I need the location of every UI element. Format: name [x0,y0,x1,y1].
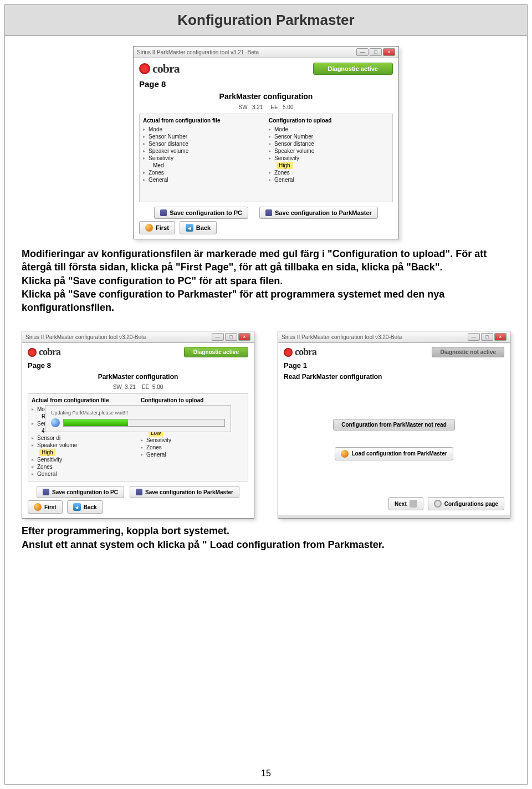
save-to-parkmaster-button[interactable]: Save configuration to ParkMaster [259,207,378,219]
mid-content: Configuration from ParkMaster not read L… [284,384,504,495]
tree-sub-med[interactable]: Med [151,162,263,169]
back-label: Back [196,224,211,231]
tree-item[interactable]: Speaker volume [32,442,135,449]
maximize-icon[interactable]: □ [481,333,493,341]
window-buttons: — □ × [212,333,250,341]
tree-item[interactable]: Zones [143,169,263,176]
save-pm-label: Save configuration to ParkMaster [275,209,372,216]
section-title: Read ParkMaster configuration [284,373,504,381]
sw-label: SW [239,104,248,110]
tree-item[interactable]: Zones [141,444,244,451]
col-left-head: Actual from configuration file [32,397,135,403]
tree-item[interactable]: Speaker volume [269,147,389,155]
tree-sub-high[interactable]: High [39,449,55,456]
nav-row: First ◂ Back [139,221,393,234]
first-button[interactable]: First [28,500,63,514]
first-button[interactable]: First [139,221,175,234]
instruction-text-2: Efter programmering, koppla bort systeme… [22,524,510,551]
close-icon[interactable]: × [383,48,395,56]
window-titlebar: Sirius II ParkMaster configuration tool … [278,331,510,343]
brand-text: cobra [39,346,60,358]
tree-item[interactable]: Zones [32,463,135,470]
minimize-icon[interactable]: — [468,333,480,341]
button-row: Save configuration to PC Save configurat… [28,486,248,498]
save-icon [136,489,142,495]
tree-item[interactable]: Sensor distance [269,140,389,147]
nav-row: First ◂ Back [28,500,248,514]
next-icon [410,500,417,508]
window-title: Sirius II ParkMaster configuration tool … [137,49,259,55]
back-button[interactable]: ◂ Back [67,500,103,514]
app-body: cobra Diagnostic active Page 8 ParkMaste… [134,58,398,239]
app-window-left: Sirius II ParkMaster configuration tool … [22,331,254,519]
tree-item[interactable]: Sensor Number [269,133,389,140]
tree-item[interactable]: General [32,470,135,478]
tree-sub-high[interactable]: High [277,162,293,169]
maximize-icon[interactable]: □ [225,333,237,341]
nav-row-right: Next Configurations page [284,497,504,510]
next-label: Next [395,501,407,507]
next-button[interactable]: Next [388,497,423,510]
tree-item[interactable]: Sensor distance [143,140,263,147]
tree-item[interactable]: Mode [269,126,389,133]
tree-item[interactable]: Sensor Number [143,133,263,140]
tree-item[interactable]: General [143,176,263,183]
gear-icon [434,500,442,508]
back-button[interactable]: ◂ Back [180,221,217,234]
config-panel: Actual from configuration file Mode Rear… [28,393,248,481]
window-titlebar: Sirius II ParkMaster configuration tool … [134,47,398,58]
cobra-logo-icon [28,348,37,357]
save-to-pc-button[interactable]: Save configuration to PC [154,207,248,219]
minimize-icon[interactable]: — [212,333,224,341]
tree-item[interactable]: Speaker volume [143,147,263,155]
save-icon [43,489,49,495]
diag-status-pill: Diagnostic active [313,63,393,75]
cobra-logo: cobra [139,62,180,76]
sw-ee-row: SW 3.21 EE 5.00 [139,104,393,110]
minimize-icon[interactable]: — [356,48,369,56]
tree-item[interactable]: Sensor di [32,434,135,442]
tree-item[interactable]: Zones [269,169,389,176]
save-to-pc-button[interactable]: Save configuration to PC [37,486,124,498]
brand-text: cobra [295,346,316,358]
col-right-head: Configuration to upload [141,397,244,403]
progress-fill [64,419,128,426]
page-label: Page 8 [139,79,393,89]
maximize-icon[interactable]: □ [370,48,382,56]
brand-row: cobra Diagnostic not active [284,346,504,358]
instruction-line-3: Klicka på "Save configuration to Parkmas… [22,288,510,315]
tree-item[interactable]: Sensitivity [269,155,389,162]
back-icon: ◂ [186,224,193,232]
section-title: ParkMaster configuration [139,92,393,101]
ee-label: EE [142,384,149,390]
save-pc-label: Save configuration to PC [170,209,242,216]
save-icon [160,209,167,216]
save-to-parkmaster-button[interactable]: Save configuration to ParkMaster [130,486,239,498]
main-screenshot-area: Sirius II ParkMaster configuration tool … [22,46,510,239]
page-title: Konfiguration Parkmaster [5,5,527,36]
page-content: Sirius II ParkMaster configuration tool … [5,36,527,568]
app-window-main: Sirius II ParkMaster configuration tool … [133,46,399,239]
instruction-text: Modifieringar av konfigurationsfilen är … [22,247,510,314]
tree-item[interactable]: General [269,176,389,183]
app-window-right: Sirius II ParkMaster configuration tool … [278,331,510,519]
page-number: 15 [5,768,527,778]
tree-item[interactable]: Sensitivity [143,155,263,162]
tree-item[interactable]: General [141,451,244,458]
sw-label: SW [113,384,122,390]
progress-bar [63,419,225,427]
configurations-page-button[interactable]: Configurations page [428,497,504,510]
close-icon[interactable]: × [494,333,507,341]
page-label: Page 8 [28,361,248,370]
tree-item[interactable]: Sensitivity [32,456,135,463]
tree-item[interactable]: Sensitivity [141,437,244,444]
tree-item[interactable]: Mode [143,126,263,133]
instruction-line-1: Modifieringar av konfigurationsfilen är … [22,247,510,274]
window-titlebar: Sirius II ParkMaster configuration tool … [22,331,254,343]
close-icon[interactable]: × [238,333,250,341]
info-icon [51,418,60,427]
ee-val: 5.00 [283,104,293,110]
app-body: cobra Diagnostic not active Page 1 Read … [278,343,510,515]
load-config-button[interactable]: Load configuration from ParkMaster [335,447,453,460]
ee-label: EE [270,104,278,110]
